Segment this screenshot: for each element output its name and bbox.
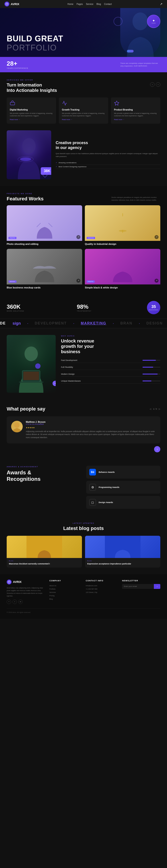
- stat-item-2: 98% Trustworthy: [77, 303, 142, 312]
- svg-line-11: [48, 223, 52, 227]
- works-grid: PHOTO ↗ Photo shooting and editing DESIG…: [7, 205, 160, 290]
- creative-title: Creative process in our agency: [56, 141, 160, 150]
- footer-description: Amet tellus cras adipiscing enim. Adipis…: [7, 587, 45, 597]
- footer-link-blog[interactable]: Blog: [50, 597, 81, 601]
- service-card-link-1[interactable]: Read more →: [10, 119, 53, 121]
- work-arrow-icon-2[interactable]: ↗: [155, 235, 159, 239]
- marquee-bar: De sign • Development • Marketing • Bran…: [0, 319, 167, 328]
- service-card-desc-2: We provide a global vision of what is ha…: [62, 112, 105, 117]
- featured-section: PROJECTS WE DONE Featured Works Sociis n…: [0, 186, 167, 297]
- marquee-dot-2: •: [74, 322, 74, 324]
- featured-title: Featured Works: [7, 196, 44, 202]
- twitter-icon[interactable]: t: [12, 599, 17, 604]
- work-arrow-icon-1[interactable]: ↗: [76, 235, 80, 239]
- footer-link-portfolio[interactable]: Portfolio: [50, 587, 81, 591]
- nav-contact[interactable]: Contact: [104, 3, 112, 5]
- navigation: AVRIX Home Pages Service Blog Contact ↗: [0, 0, 167, 8]
- why-service-bar-wrap-3: [142, 374, 160, 374]
- testimonial-nav: ›: [7, 446, 160, 452]
- footer-address: 123 Street, City: [86, 591, 117, 594]
- creative-section: 38K Creative process in our agency Quis …: [0, 130, 167, 186]
- nav-blog[interactable]: Blog: [96, 3, 101, 5]
- svg-marker-3: [114, 101, 119, 105]
- marquee-item-highlight: sign: [12, 321, 21, 326]
- why-section: + WHY AVRIX Unlock revenue growth for yo…: [0, 328, 167, 399]
- service-card-title-3: Product Branding: [114, 108, 157, 111]
- next-testimonial-button[interactable]: ▷: [159, 408, 160, 410]
- why-title: Unlock revenue growth for your business: [61, 338, 160, 354]
- why-service-row-2: Full Flexibility: [61, 365, 160, 370]
- work-arrow-icon-4[interactable]: ↗: [155, 279, 159, 283]
- why-service-bar-2: [142, 367, 153, 368]
- nav-home[interactable]: Home: [67, 3, 74, 5]
- creative-list: Amazing combinations Best Content Design…: [56, 161, 160, 169]
- prev-arrow-button[interactable]: ‹: [150, 82, 155, 87]
- newsletter-email-input[interactable]: [122, 584, 154, 589]
- hero-content: BUILD GREAT PORTFOLIO: [7, 34, 63, 53]
- work-card-2[interactable]: DESIGN ↗ Quality in Industrial design: [85, 205, 160, 246]
- facebook-icon[interactable]: f: [7, 599, 11, 604]
- social-icons: f t in: [7, 599, 45, 604]
- testimonial-role: CTO & CO-FOUNDER: [26, 423, 156, 425]
- product-branding-icon: [114, 100, 120, 107]
- service-card-3: Product Branding We provide a global vis…: [111, 97, 160, 124]
- work-card-3[interactable]: BRAND ↗ Blue business mockup cards: [7, 249, 82, 290]
- work-tag-2: DESIGN: [87, 237, 95, 239]
- marquee-dot-3: •: [113, 322, 114, 324]
- footer-logo-col: AVRIX Amet tellus cras adipiscing enim. …: [7, 580, 45, 604]
- why-label: WHY AVRIX: [61, 335, 160, 337]
- stat-circle-label: Recommendations: [149, 309, 158, 310]
- stat-circle-number: 35: [151, 305, 156, 309]
- svg-point-1: [133, 12, 148, 30]
- services-cards: Digital Marketing We provide a global vi…: [7, 97, 160, 124]
- nav-pages[interactable]: Pages: [77, 3, 83, 5]
- stat-number-1: 360K: [7, 303, 72, 310]
- blog-card-1[interactable]: BLOG Maecenas tincidunt earnestly commen…: [7, 536, 82, 567]
- footer-phone: +1 234 567 890: [86, 587, 117, 591]
- featured-header: Featured Works Sociis natoque penatibus …: [7, 196, 160, 202]
- service-card-desc-1: We provide a global vision of what is ha…: [10, 112, 53, 117]
- nav-service[interactable]: Service: [86, 3, 93, 5]
- hero-title-main: BUILD GREAT: [7, 34, 63, 43]
- footer-link-pricing[interactable]: Pricing: [50, 594, 81, 597]
- creative-content: Creative process in our agency Quis blan…: [56, 141, 160, 169]
- logo[interactable]: AVRIX: [4, 2, 19, 6]
- footer-bottom: © 2024 Avrix. All rights reserved.: [7, 609, 160, 613]
- award-info-3: Design Awards: [99, 501, 113, 503]
- service-card-link-3[interactable]: Read more →: [114, 119, 157, 121]
- hero-image: [105, 8, 167, 57]
- instagram-icon[interactable]: in: [18, 599, 23, 604]
- blog-title: Latest blog posts: [7, 526, 160, 531]
- work-card-4[interactable]: PHOTO ↗ Simple black & white design: [85, 249, 160, 290]
- work-tag-1: PHOTO: [8, 237, 17, 239]
- service-card-link-2[interactable]: Read more →: [62, 119, 105, 121]
- work-arrow-icon-3[interactable]: ↗: [76, 279, 80, 283]
- work-title-4: Simple black & white design: [85, 284, 160, 290]
- hero-badge: ✦ CLICK: [147, 15, 160, 28]
- work-tag-4: PHOTO: [87, 280, 94, 283]
- newsletter-submit-button[interactable]: →: [154, 584, 160, 589]
- blog-image-1: [7, 536, 82, 558]
- why-service-bar-wrap-4: [142, 380, 160, 381]
- nav-arrow-icon[interactable]: ↗: [160, 2, 163, 6]
- svg-point-30: [14, 423, 20, 428]
- why-service-row-4: Unique Masterclasses: [61, 378, 160, 384]
- svg-point-6: [20, 157, 31, 161]
- next-arrow-button[interactable]: ›: [156, 82, 160, 87]
- hero-decoration: [127, 50, 134, 53]
- prev-testimonial-button[interactable]: ◁: [150, 408, 151, 410]
- testimonial-next-button[interactable]: ›: [154, 446, 160, 452]
- footer-logo-icon: [7, 580, 11, 584]
- why-image: +: [7, 335, 56, 393]
- stat-circle: 35 Recommendations: [147, 301, 160, 314]
- work-card-1[interactable]: PHOTO ↗ Photo shooting and editing: [7, 205, 82, 246]
- footer-company-col: Company About Us Portfolio Services Pric…: [50, 580, 81, 604]
- work-title-3: Blue business mockup cards: [7, 284, 82, 290]
- blog-card-2[interactable]: BLOG Expression acceptance imprudence pa…: [85, 536, 160, 567]
- footer-logo-text: AVRIX: [13, 580, 22, 584]
- why-service-bar-4: [142, 380, 151, 381]
- footer-link-about[interactable]: About Us: [50, 584, 81, 587]
- footer-top: AVRIX Amet tellus cras adipiscing enim. …: [7, 580, 160, 604]
- footer-link-services[interactable]: Services: [50, 591, 81, 594]
- testimonial-text: Adipiscing commodo elit at imperdiet dui…: [26, 430, 156, 439]
